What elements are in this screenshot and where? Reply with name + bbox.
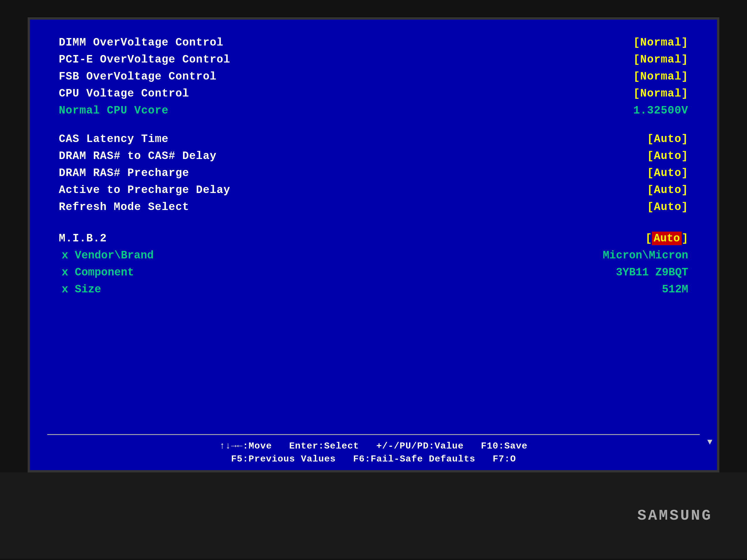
cas-label: CAS Latency Time xyxy=(59,133,169,145)
vendor-value: Micron\Micron xyxy=(603,249,688,262)
status-bar: ↑↓→←:Move Enter:Select +/-/PU/PD:Value F… xyxy=(47,434,700,470)
memory-settings-group: CAS Latency Time [Auto] DRAM RAS# to CAS… xyxy=(59,131,688,215)
monitor-bottom-bezel: SAMSUNG xyxy=(0,473,747,559)
mib-main-row: M.I.B.2 [Auto] xyxy=(59,230,688,247)
cas-value: [Auto] xyxy=(647,133,688,145)
scroll-arrow-down-icon[interactable]: ▼ xyxy=(707,437,713,447)
status-move: ↑↓→←:Move xyxy=(220,441,272,451)
size-label: x Size xyxy=(59,283,101,296)
dimm-value: [Normal] xyxy=(634,36,688,49)
precharge-value: [Auto] xyxy=(647,167,688,179)
cpu-voltage-value: [Normal] xyxy=(634,87,688,100)
pcie-label: PCI-E OverVoltage Control xyxy=(59,53,230,66)
component-label: x Component xyxy=(59,266,134,278)
status-row-2: F5:Previous Values F6:Fail-Safe Defaults… xyxy=(65,454,682,464)
vendor-label: x Vendor\Brand xyxy=(59,249,154,262)
setting-row-cas: CAS Latency Time [Auto] xyxy=(59,131,688,148)
component-value: 3YB11 Z9BQT xyxy=(616,266,688,278)
setting-row-pcie: PCI-E OverVoltage Control [Normal] xyxy=(59,51,688,68)
samsung-logo: SAMSUNG xyxy=(638,507,713,524)
setting-row-vcore: Normal CPU Vcore 1.32500V xyxy=(59,102,688,119)
active-precharge-value: [Auto] xyxy=(647,184,688,196)
status-value: +/-/PU/PD:Value xyxy=(377,441,464,451)
ras-cas-value: [Auto] xyxy=(647,150,688,162)
fsb-label: FSB OverVoltage Control xyxy=(59,70,217,83)
vcore-value: 1.32500V xyxy=(634,104,688,117)
status-select: Enter:Select xyxy=(289,441,359,451)
mib-value: [Auto] xyxy=(645,232,688,245)
setting-row-precharge: DRAM RAS# Precharge [Auto] xyxy=(59,164,688,182)
settings-area: DIMM OverVoltage Control [Normal] PCI-E … xyxy=(47,28,700,434)
pcie-value: [Normal] xyxy=(634,53,688,66)
status-f7: F7:O xyxy=(493,454,516,464)
bios-screen: DIMM OverVoltage Control [Normal] PCI-E … xyxy=(28,17,719,473)
refresh-label: Refresh Mode Select xyxy=(59,201,189,213)
ras-cas-label: DRAM RAS# to CAS# Delay xyxy=(59,150,217,162)
spacer-2 xyxy=(59,215,688,227)
precharge-label: DRAM RAS# Precharge xyxy=(59,167,189,179)
active-precharge-label: Active to Precharge Delay xyxy=(59,184,230,196)
mib-value-highlight[interactable]: Auto xyxy=(652,232,681,245)
size-value: 512M xyxy=(662,283,688,296)
setting-row-cpu-voltage: CPU Voltage Control [Normal] xyxy=(59,85,688,102)
refresh-value: [Auto] xyxy=(647,201,688,213)
mib-label: M.I.B.2 xyxy=(59,232,107,245)
setting-row-active-precharge: Active to Precharge Delay [Auto] xyxy=(59,182,688,198)
status-row-1: ↑↓→←:Move Enter:Select +/-/PU/PD:Value F… xyxy=(65,441,682,451)
mib-value-bracket-close: ] xyxy=(681,232,688,245)
dimm-label: DIMM OverVoltage Control xyxy=(59,36,223,49)
scrollbar[interactable]: ▼ xyxy=(705,25,714,447)
setting-row-fsb: FSB OverVoltage Control [Normal] xyxy=(59,68,688,85)
setting-row-rasto-cas: DRAM RAS# to CAS# Delay [Auto] xyxy=(59,148,688,164)
status-save: F10:Save xyxy=(481,441,528,451)
mib-component-row: x Component 3YB11 Z9BQT xyxy=(59,264,688,281)
status-prev-values: F5:Previous Values xyxy=(231,454,336,464)
setting-row-dimm: DIMM OverVoltage Control [Normal] xyxy=(59,34,688,51)
status-failsafe: F6:Fail-Safe Defaults xyxy=(353,454,475,464)
mib-section: M.I.B.2 [Auto] x Vendor\Brand Micron\Mic… xyxy=(59,230,688,298)
mib-vendor-row: x Vendor\Brand Micron\Micron xyxy=(59,247,688,264)
setting-row-refresh: Refresh Mode Select [Auto] xyxy=(59,198,688,215)
bios-content: DIMM OverVoltage Control [Normal] PCI-E … xyxy=(30,20,717,470)
mib-size-row: x Size 512M xyxy=(59,281,688,298)
spacer-1 xyxy=(59,119,688,131)
monitor: DIMM OverVoltage Control [Normal] PCI-E … xyxy=(0,0,747,560)
cpu-voltage-label: CPU Voltage Control xyxy=(59,87,189,100)
vcore-label: Normal CPU Vcore xyxy=(59,104,169,117)
mib-value-bracket-open: [ xyxy=(645,232,652,245)
fsb-value: [Normal] xyxy=(634,70,688,83)
voltage-settings-group: DIMM OverVoltage Control [Normal] PCI-E … xyxy=(59,34,688,119)
